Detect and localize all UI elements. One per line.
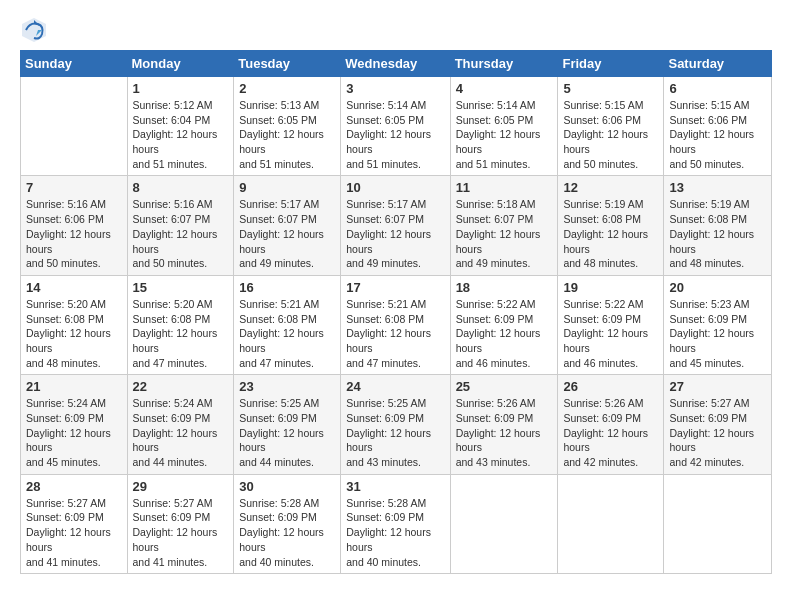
week-row-0: 1Sunrise: 5:12 AMSunset: 6:04 PMDaylight…	[21, 77, 772, 176]
day-detail: Sunrise: 5:25 AMSunset: 6:09 PMDaylight:…	[346, 396, 444, 469]
week-row-1: 7Sunrise: 5:16 AMSunset: 6:06 PMDaylight…	[21, 176, 772, 275]
day-detail: Sunrise: 5:17 AMSunset: 6:07 PMDaylight:…	[346, 197, 444, 270]
page: SundayMondayTuesdayWednesdayThursdayFrid…	[0, 0, 792, 584]
day-number: 27	[669, 379, 766, 394]
calendar-cell: 18Sunrise: 5:22 AMSunset: 6:09 PMDayligh…	[450, 275, 558, 374]
day-number: 21	[26, 379, 122, 394]
calendar-cell: 29Sunrise: 5:27 AMSunset: 6:09 PMDayligh…	[127, 474, 234, 573]
day-detail: Sunrise: 5:17 AMSunset: 6:07 PMDaylight:…	[239, 197, 335, 270]
weekday-row: SundayMondayTuesdayWednesdayThursdayFrid…	[21, 51, 772, 77]
calendar-cell: 1Sunrise: 5:12 AMSunset: 6:04 PMDaylight…	[127, 77, 234, 176]
day-detail: Sunrise: 5:27 AMSunset: 6:09 PMDaylight:…	[133, 496, 229, 569]
calendar-cell: 24Sunrise: 5:25 AMSunset: 6:09 PMDayligh…	[341, 375, 450, 474]
weekday-header-friday: Friday	[558, 51, 664, 77]
calendar-cell: 5Sunrise: 5:15 AMSunset: 6:06 PMDaylight…	[558, 77, 664, 176]
day-number: 6	[669, 81, 766, 96]
calendar-cell	[558, 474, 664, 573]
day-number: 18	[456, 280, 553, 295]
calendar-cell: 16Sunrise: 5:21 AMSunset: 6:08 PMDayligh…	[234, 275, 341, 374]
day-detail: Sunrise: 5:25 AMSunset: 6:09 PMDaylight:…	[239, 396, 335, 469]
day-detail: Sunrise: 5:15 AMSunset: 6:06 PMDaylight:…	[669, 98, 766, 171]
day-number: 25	[456, 379, 553, 394]
calendar-cell: 15Sunrise: 5:20 AMSunset: 6:08 PMDayligh…	[127, 275, 234, 374]
day-number: 24	[346, 379, 444, 394]
calendar-cell: 11Sunrise: 5:18 AMSunset: 6:07 PMDayligh…	[450, 176, 558, 275]
weekday-header-wednesday: Wednesday	[341, 51, 450, 77]
day-detail: Sunrise: 5:20 AMSunset: 6:08 PMDaylight:…	[26, 297, 122, 370]
day-detail: Sunrise: 5:24 AMSunset: 6:09 PMDaylight:…	[26, 396, 122, 469]
weekday-header-monday: Monday	[127, 51, 234, 77]
calendar-cell: 30Sunrise: 5:28 AMSunset: 6:09 PMDayligh…	[234, 474, 341, 573]
day-number: 19	[563, 280, 658, 295]
day-number: 15	[133, 280, 229, 295]
calendar-cell: 19Sunrise: 5:22 AMSunset: 6:09 PMDayligh…	[558, 275, 664, 374]
day-detail: Sunrise: 5:20 AMSunset: 6:08 PMDaylight:…	[133, 297, 229, 370]
logo	[20, 16, 52, 44]
calendar-cell: 28Sunrise: 5:27 AMSunset: 6:09 PMDayligh…	[21, 474, 128, 573]
day-number: 17	[346, 280, 444, 295]
calendar-cell: 12Sunrise: 5:19 AMSunset: 6:08 PMDayligh…	[558, 176, 664, 275]
day-number: 23	[239, 379, 335, 394]
day-detail: Sunrise: 5:21 AMSunset: 6:08 PMDaylight:…	[239, 297, 335, 370]
weekday-header-thursday: Thursday	[450, 51, 558, 77]
calendar-cell: 22Sunrise: 5:24 AMSunset: 6:09 PMDayligh…	[127, 375, 234, 474]
calendar-cell: 2Sunrise: 5:13 AMSunset: 6:05 PMDaylight…	[234, 77, 341, 176]
day-number: 1	[133, 81, 229, 96]
day-detail: Sunrise: 5:26 AMSunset: 6:09 PMDaylight:…	[563, 396, 658, 469]
day-detail: Sunrise: 5:28 AMSunset: 6:09 PMDaylight:…	[239, 496, 335, 569]
day-detail: Sunrise: 5:15 AMSunset: 6:06 PMDaylight:…	[563, 98, 658, 171]
day-number: 29	[133, 479, 229, 494]
day-detail: Sunrise: 5:22 AMSunset: 6:09 PMDaylight:…	[563, 297, 658, 370]
calendar-table: SundayMondayTuesdayWednesdayThursdayFrid…	[20, 50, 772, 574]
day-number: 12	[563, 180, 658, 195]
day-number: 16	[239, 280, 335, 295]
day-detail: Sunrise: 5:21 AMSunset: 6:08 PMDaylight:…	[346, 297, 444, 370]
day-detail: Sunrise: 5:26 AMSunset: 6:09 PMDaylight:…	[456, 396, 553, 469]
calendar-cell: 7Sunrise: 5:16 AMSunset: 6:06 PMDaylight…	[21, 176, 128, 275]
header	[20, 16, 772, 44]
day-detail: Sunrise: 5:18 AMSunset: 6:07 PMDaylight:…	[456, 197, 553, 270]
day-number: 5	[563, 81, 658, 96]
calendar-cell: 4Sunrise: 5:14 AMSunset: 6:05 PMDaylight…	[450, 77, 558, 176]
day-detail: Sunrise: 5:27 AMSunset: 6:09 PMDaylight:…	[26, 496, 122, 569]
day-detail: Sunrise: 5:22 AMSunset: 6:09 PMDaylight:…	[456, 297, 553, 370]
calendar-cell: 9Sunrise: 5:17 AMSunset: 6:07 PMDaylight…	[234, 176, 341, 275]
calendar-cell: 13Sunrise: 5:19 AMSunset: 6:08 PMDayligh…	[664, 176, 772, 275]
day-detail: Sunrise: 5:24 AMSunset: 6:09 PMDaylight:…	[133, 396, 229, 469]
calendar-cell: 3Sunrise: 5:14 AMSunset: 6:05 PMDaylight…	[341, 77, 450, 176]
calendar-cell: 17Sunrise: 5:21 AMSunset: 6:08 PMDayligh…	[341, 275, 450, 374]
calendar-cell	[21, 77, 128, 176]
day-number: 10	[346, 180, 444, 195]
day-detail: Sunrise: 5:27 AMSunset: 6:09 PMDaylight:…	[669, 396, 766, 469]
calendar-cell: 26Sunrise: 5:26 AMSunset: 6:09 PMDayligh…	[558, 375, 664, 474]
calendar-cell: 31Sunrise: 5:28 AMSunset: 6:09 PMDayligh…	[341, 474, 450, 573]
day-detail: Sunrise: 5:23 AMSunset: 6:09 PMDaylight:…	[669, 297, 766, 370]
weekday-header-saturday: Saturday	[664, 51, 772, 77]
day-number: 9	[239, 180, 335, 195]
day-detail: Sunrise: 5:19 AMSunset: 6:08 PMDaylight:…	[563, 197, 658, 270]
calendar-cell: 27Sunrise: 5:27 AMSunset: 6:09 PMDayligh…	[664, 375, 772, 474]
day-number: 8	[133, 180, 229, 195]
day-number: 31	[346, 479, 444, 494]
day-number: 20	[669, 280, 766, 295]
day-detail: Sunrise: 5:12 AMSunset: 6:04 PMDaylight:…	[133, 98, 229, 171]
calendar-cell: 8Sunrise: 5:16 AMSunset: 6:07 PMDaylight…	[127, 176, 234, 275]
week-row-2: 14Sunrise: 5:20 AMSunset: 6:08 PMDayligh…	[21, 275, 772, 374]
calendar-cell: 25Sunrise: 5:26 AMSunset: 6:09 PMDayligh…	[450, 375, 558, 474]
calendar-cell: 23Sunrise: 5:25 AMSunset: 6:09 PMDayligh…	[234, 375, 341, 474]
day-number: 28	[26, 479, 122, 494]
day-number: 11	[456, 180, 553, 195]
day-number: 7	[26, 180, 122, 195]
day-detail: Sunrise: 5:28 AMSunset: 6:09 PMDaylight:…	[346, 496, 444, 569]
logo-icon	[20, 16, 48, 44]
day-detail: Sunrise: 5:16 AMSunset: 6:06 PMDaylight:…	[26, 197, 122, 270]
weekday-header-sunday: Sunday	[21, 51, 128, 77]
calendar-cell	[664, 474, 772, 573]
calendar-cell: 6Sunrise: 5:15 AMSunset: 6:06 PMDaylight…	[664, 77, 772, 176]
calendar-body: 1Sunrise: 5:12 AMSunset: 6:04 PMDaylight…	[21, 77, 772, 574]
day-number: 14	[26, 280, 122, 295]
calendar-header: SundayMondayTuesdayWednesdayThursdayFrid…	[21, 51, 772, 77]
calendar-cell: 10Sunrise: 5:17 AMSunset: 6:07 PMDayligh…	[341, 176, 450, 275]
calendar-cell	[450, 474, 558, 573]
day-detail: Sunrise: 5:19 AMSunset: 6:08 PMDaylight:…	[669, 197, 766, 270]
